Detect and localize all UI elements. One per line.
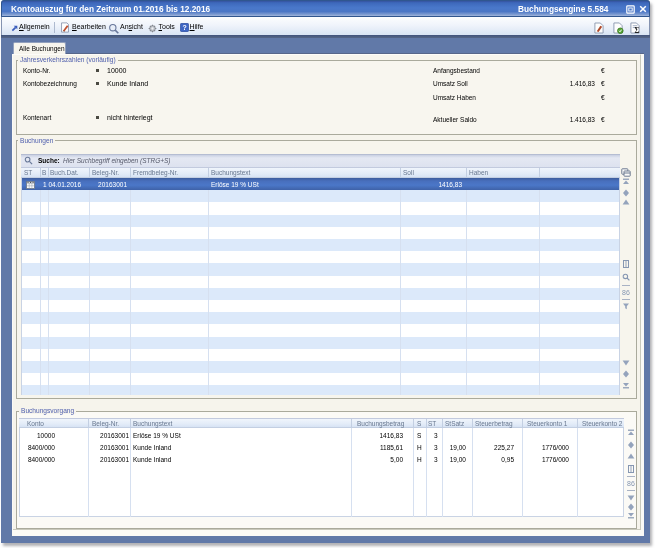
svg-text:Σ: Σ: [634, 26, 639, 34]
svg-text:?: ?: [182, 24, 186, 31]
svg-text:86: 86: [627, 480, 635, 487]
svg-text:86: 86: [622, 289, 630, 296]
